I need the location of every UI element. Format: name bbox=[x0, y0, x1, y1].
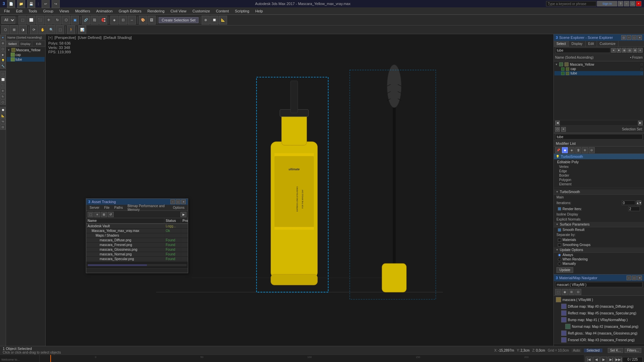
mat-icon2[interactable]: ◉ bbox=[562, 289, 568, 295]
se-tab-display[interactable]: Display bbox=[569, 41, 586, 47]
maximize-btn[interactable]: □ bbox=[630, 1, 635, 6]
se-tube-row[interactable]: tube □ bbox=[554, 71, 643, 75]
se-tab-customize[interactable]: Customize bbox=[597, 41, 619, 47]
unlink[interactable]: ⛓ bbox=[91, 16, 99, 24]
asset-close[interactable]: ✕ bbox=[181, 199, 186, 204]
select-object[interactable]: ⬚ bbox=[0, 71, 6, 76]
mod-icon-pin[interactable]: 📌 bbox=[555, 147, 561, 153]
se-search-options[interactable]: ▼ bbox=[616, 48, 621, 53]
help-btn[interactable]: ? bbox=[618, 1, 623, 6]
mod-icon-copy[interactable]: ⊕ bbox=[582, 147, 588, 153]
asset-btn4[interactable]: ↺ bbox=[108, 212, 114, 217]
snap-toggle[interactable]: 🔲 bbox=[210, 16, 218, 24]
mat-reflect[interactable]: Reflect map: Map #5 (mascara_Specular.pn… bbox=[554, 310, 643, 316]
update-rendering-radio[interactable] bbox=[558, 258, 561, 261]
se-minimize[interactable]: − bbox=[627, 35, 631, 40]
menu-rendering[interactable]: Rendering bbox=[145, 8, 167, 14]
mod-icon-edge[interactable]: ◈ bbox=[569, 147, 575, 153]
hierarchy-panel[interactable]: ⬡ bbox=[0, 46, 6, 52]
walk-mode[interactable]: 🚶 bbox=[67, 25, 75, 34]
material-editor[interactable]: 🎨 bbox=[139, 16, 147, 24]
menu-tools[interactable]: Tools bbox=[26, 8, 40, 14]
render-frame[interactable]: 🖼 bbox=[148, 16, 156, 24]
mat-icon1[interactable]: ⬚ bbox=[555, 289, 561, 295]
menu-civil-view[interactable]: Civil View bbox=[168, 8, 189, 14]
section-turbosmooth[interactable]: TurboSmooth bbox=[554, 189, 644, 195]
asset-row-2[interactable]: Maps / Shaders bbox=[86, 233, 188, 238]
mat-normal[interactable]: Normal map: Map #2 (mascara_Normal.png) bbox=[554, 323, 643, 330]
mat-close[interactable]: ✕ bbox=[637, 276, 642, 280]
utilities-panel[interactable]: 🔧 bbox=[0, 63, 6, 69]
zoom-extents[interactable]: ⬚ bbox=[56, 25, 64, 34]
mat-icon3[interactable]: ⊞ bbox=[569, 289, 575, 295]
asset-btn1[interactable]: ⬚ bbox=[88, 212, 94, 217]
menu-help[interactable]: Help bbox=[253, 8, 266, 14]
asset-menu-bitmap[interactable]: Bitmap Performance and Memory bbox=[125, 204, 170, 212]
section-surface[interactable]: Surface Parameters bbox=[554, 222, 644, 227]
smoothing-groups-cb[interactable] bbox=[558, 243, 561, 247]
frame-display[interactable] bbox=[623, 357, 643, 362]
menu-scripting[interactable]: Scripting bbox=[232, 8, 252, 14]
se-cap-row[interactable]: cap □ bbox=[554, 67, 643, 71]
ts-render-iters-input[interactable] bbox=[628, 206, 640, 211]
asset-row-0[interactable]: Autodesk Vault Logg... bbox=[86, 224, 188, 229]
se-settings[interactable]: ⚙ bbox=[633, 48, 637, 53]
asset-minimize[interactable]: − bbox=[170, 199, 175, 204]
angle-snap[interactable]: 📐 bbox=[219, 16, 227, 24]
menu-graph-editors[interactable]: Graph Editors bbox=[116, 8, 144, 14]
section-update[interactable]: Update Options bbox=[554, 247, 644, 253]
main-viewport[interactable]: [+] [Perspective] [User Defined] [Defaul… bbox=[46, 34, 553, 346]
mat-minimize[interactable]: − bbox=[627, 276, 631, 280]
filters-btn[interactable]: Filters... bbox=[625, 348, 641, 353]
open-btn[interactable]: 📁 bbox=[17, 0, 25, 8]
percent-snap-lt[interactable]: % bbox=[0, 119, 6, 124]
minimize-btn[interactable]: − bbox=[624, 1, 629, 6]
mat-search[interactable] bbox=[555, 282, 643, 287]
se-layers[interactable]: ≡ bbox=[638, 48, 643, 53]
new-btn[interactable]: 📄 bbox=[7, 0, 15, 8]
orbit-btn[interactable]: ⟳ bbox=[30, 25, 38, 34]
asset-btn3[interactable]: ⊞ bbox=[101, 212, 107, 217]
se-tab-edit[interactable]: Edit bbox=[586, 41, 597, 47]
asset-row-3[interactable]: mascara_Diffuse.png Found bbox=[86, 238, 188, 243]
rotate-lt[interactable]: ↻ bbox=[0, 94, 6, 99]
ts-iter-spin[interactable]: ▲▼ bbox=[637, 200, 641, 205]
zoom-btn[interactable]: 🔍 bbox=[47, 25, 55, 34]
mat-icon4[interactable]: ⊟ bbox=[575, 289, 581, 295]
materials-cb[interactable] bbox=[558, 238, 561, 242]
pb-next[interactable]: ▶| bbox=[608, 357, 614, 362]
viewport-shade[interactable]: ◑ bbox=[19, 25, 27, 34]
se-expand[interactable]: ⊞ bbox=[622, 48, 627, 53]
mat-mascara[interactable]: mascara ( VRayMtl ) bbox=[554, 296, 643, 303]
menu-animation[interactable]: Animation bbox=[94, 8, 115, 14]
se-mascara-row[interactable]: ▼ Mascara_Yellow □ bbox=[554, 62, 643, 67]
se-btn1[interactable]: ⊡ bbox=[621, 35, 626, 40]
select-region-lt[interactable]: ⬜ bbox=[0, 77, 6, 82]
asset-menu-options[interactable]: Options bbox=[171, 206, 186, 209]
scale[interactable]: ⬡ bbox=[62, 16, 70, 24]
undo-btn[interactable]: ↩ bbox=[42, 0, 50, 8]
sign-in-btn[interactable]: Sign In bbox=[597, 1, 617, 6]
se-collapse[interactable]: ⊟ bbox=[627, 48, 632, 53]
mod-icon-delete[interactable]: 🗑 bbox=[575, 147, 581, 153]
smooth-result-cb[interactable] bbox=[558, 228, 561, 232]
mod-sub-element[interactable]: Element bbox=[554, 182, 644, 186]
asset-btn2[interactable]: ≡ bbox=[94, 212, 100, 217]
se-maximize[interactable]: □ bbox=[632, 35, 637, 40]
pb-prev[interactable]: ◀ bbox=[593, 357, 600, 362]
mat-gloss[interactable]: Refl.gloss.: Map #4 (mascara_Glossiness.… bbox=[554, 330, 643, 337]
asset-menu-paths[interactable]: Paths bbox=[112, 206, 125, 209]
rotate[interactable]: ↻ bbox=[53, 16, 61, 24]
display-panel[interactable]: 💡 bbox=[0, 58, 6, 63]
se-scene-exp-btn[interactable]: ⬡ bbox=[555, 127, 560, 132]
tree-item-cap[interactable]: cap bbox=[7, 52, 45, 57]
menu-file[interactable]: File bbox=[1, 8, 13, 14]
asset-row-1[interactable]: Mascara_Yellow_max_vray.max Ok bbox=[86, 229, 188, 233]
se-tab-select[interactable]: Select bbox=[554, 41, 569, 47]
create-panel[interactable]: ✦ bbox=[0, 35, 6, 40]
select-move[interactable]: ✛ bbox=[45, 16, 53, 24]
menu-content[interactable]: Content bbox=[213, 8, 232, 14]
pb-start[interactable]: |◀ bbox=[586, 357, 592, 362]
pb-play[interactable]: ▶ bbox=[600, 357, 607, 362]
menu-edit[interactable]: Edit bbox=[13, 8, 25, 14]
